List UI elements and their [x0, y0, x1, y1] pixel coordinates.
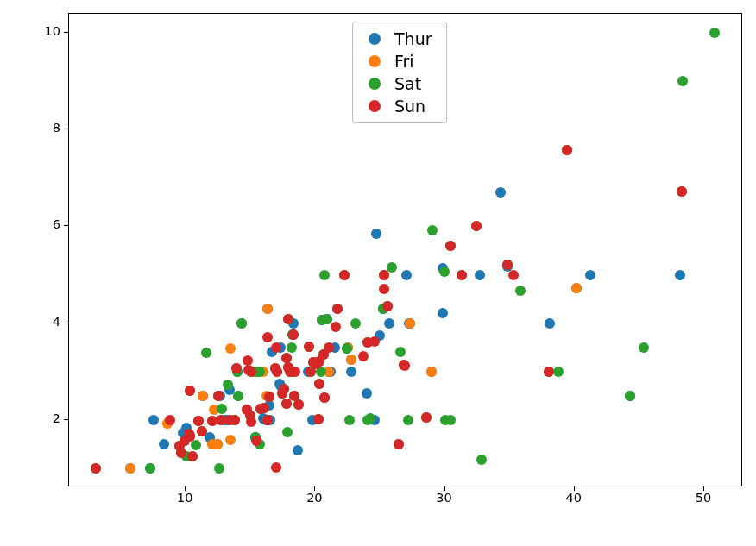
legend-label: Sun: [394, 97, 425, 116]
data-point: [159, 439, 169, 449]
data-point: [625, 391, 635, 401]
legend-marker-icon: [369, 55, 381, 67]
data-point: [317, 315, 327, 325]
data-point: [585, 270, 595, 280]
legend-row: Sat: [360, 72, 432, 95]
data-point: [475, 270, 485, 280]
data-point: [562, 145, 572, 155]
data-point: [346, 355, 356, 365]
data-point: [223, 380, 233, 390]
data-point: [165, 415, 175, 425]
y-tick: 2: [26, 411, 60, 425]
data-point: [639, 342, 649, 353]
data-point: [264, 392, 274, 402]
data-point: [677, 76, 688, 86]
data-point: [293, 445, 303, 455]
data-point: [314, 379, 324, 389]
data-point: [476, 455, 487, 465]
x-tick: 30: [419, 491, 470, 505]
data-point: [282, 427, 293, 437]
data-point: [197, 426, 207, 436]
x-tick: 40: [548, 491, 600, 505]
data-point: [319, 392, 330, 403]
data-point: [387, 262, 397, 273]
data-point: [342, 343, 352, 354]
legend-row: Fri: [360, 50, 432, 72]
data-point: [399, 360, 409, 370]
data-point: [304, 342, 314, 352]
data-point: [271, 342, 281, 353]
data-point: [262, 415, 273, 425]
data-point: [176, 448, 186, 458]
data-point: [384, 318, 394, 329]
data-point: [236, 318, 247, 329]
data-point: [243, 355, 253, 366]
legend-marker-icon: [369, 100, 381, 112]
data-point: [394, 439, 404, 449]
data-point: [382, 301, 393, 311]
data-point: [198, 391, 208, 401]
data-point: [262, 332, 273, 342]
data-point: [544, 367, 554, 377]
data-point: [312, 359, 322, 369]
data-point: [515, 286, 526, 296]
data-point: [495, 187, 506, 198]
data-point: [395, 347, 406, 357]
data-point: [180, 436, 190, 446]
data-point: [233, 391, 243, 401]
x-tick: 20: [288, 491, 340, 505]
data-point: [553, 367, 564, 377]
data-point: [319, 270, 330, 280]
data-point: [331, 322, 341, 332]
data-point: [358, 351, 369, 361]
data-point: [426, 367, 437, 377]
data-point: [421, 412, 432, 423]
data-point: [439, 267, 450, 277]
data-point: [677, 186, 687, 197]
data-point: [213, 391, 224, 401]
data-point: [502, 260, 513, 270]
data-point: [91, 463, 101, 474]
legend-label: Thur: [394, 29, 432, 48]
data-point: [251, 436, 261, 446]
y-tick: 8: [26, 121, 60, 135]
data-point: [508, 270, 519, 280]
data-point: [371, 229, 381, 239]
data-point: [445, 241, 456, 251]
data-point: [259, 403, 269, 413]
data-point: [201, 348, 211, 358]
data-point: [427, 225, 438, 235]
data-point: [545, 318, 555, 329]
data-point: [457, 270, 467, 280]
legend-row: Sun: [360, 95, 432, 117]
data-point: [242, 405, 252, 415]
data-point: [401, 270, 412, 280]
x-tick: 10: [159, 491, 211, 505]
data-point: [217, 404, 227, 414]
data-point: [332, 304, 343, 314]
data-point: [279, 384, 289, 394]
legend-marker-icon: [369, 33, 381, 45]
data-point: [313, 414, 324, 424]
data-point: [675, 270, 685, 280]
data-point: [231, 363, 242, 373]
data-point: [571, 283, 582, 293]
data-point: [283, 314, 293, 324]
data-point: [339, 270, 350, 280]
data-point: [405, 318, 415, 329]
data-point: [283, 362, 293, 373]
data-point: [145, 463, 155, 474]
data-point: [362, 337, 373, 348]
data-point: [346, 367, 356, 377]
data-point: [148, 415, 159, 425]
data-point: [440, 415, 450, 425]
data-point: [187, 451, 198, 461]
data-point: [288, 329, 299, 340]
data-point: [471, 221, 482, 231]
legend-label: Sat: [394, 74, 421, 93]
data-point: [214, 463, 224, 474]
data-point: [438, 308, 448, 318]
data-point: [379, 270, 389, 280]
y-tick: 4: [26, 315, 60, 329]
data-point: [379, 284, 389, 294]
